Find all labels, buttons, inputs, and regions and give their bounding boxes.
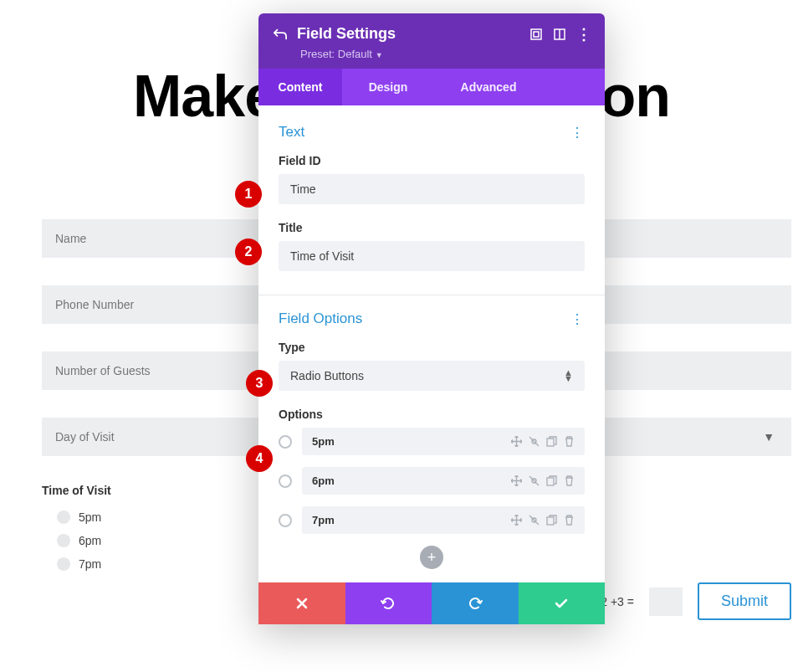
section-title-text: Text bbox=[279, 124, 304, 141]
svg-rect-1 bbox=[534, 32, 539, 37]
section-title-options: Field Options bbox=[279, 310, 362, 327]
title-input[interactable] bbox=[279, 241, 585, 271]
option-actions bbox=[511, 436, 575, 447]
chevron-down-icon: ▼ bbox=[763, 430, 775, 444]
modal-tabs: Content Design Advanced bbox=[258, 69, 605, 105]
option-radio[interactable] bbox=[279, 514, 292, 527]
move-icon[interactable] bbox=[511, 475, 522, 486]
link-icon[interactable] bbox=[529, 515, 540, 526]
option-text: 5pm bbox=[312, 435, 335, 448]
option-input[interactable]: 7pm bbox=[302, 506, 585, 534]
trash-icon[interactable] bbox=[564, 475, 575, 486]
radio-icon bbox=[57, 534, 70, 547]
option-radio[interactable] bbox=[279, 475, 292, 488]
field-id-label: Field ID bbox=[279, 154, 585, 167]
modal-header: Field Settings ⋮ Preset: Default ▼ bbox=[258, 13, 605, 69]
trash-icon[interactable] bbox=[564, 436, 575, 447]
callout-3: 3 bbox=[246, 370, 273, 397]
redo-button[interactable] bbox=[432, 582, 519, 624]
move-icon[interactable] bbox=[511, 515, 522, 526]
section-more-icon[interactable]: ⋮ bbox=[570, 311, 585, 327]
option-actions bbox=[511, 475, 575, 486]
add-option-button[interactable]: + bbox=[420, 546, 443, 569]
expand-icon[interactable] bbox=[529, 28, 543, 41]
option-radio[interactable] bbox=[279, 435, 292, 449]
radio-icon bbox=[57, 510, 70, 524]
copy-icon[interactable] bbox=[546, 436, 557, 447]
svg-rect-5 bbox=[547, 478, 554, 485]
radio-label: 7pm bbox=[79, 557, 101, 571]
captcha-input[interactable] bbox=[649, 587, 683, 616]
callout-2: 2 bbox=[235, 239, 262, 265]
options-label: Options bbox=[279, 408, 585, 421]
title-label: Title bbox=[279, 221, 585, 234]
option-row: 6pm bbox=[279, 467, 585, 495]
radio-label: 6pm bbox=[79, 534, 101, 547]
trash-icon[interactable] bbox=[564, 515, 575, 526]
undo-button[interactable] bbox=[345, 582, 432, 624]
svg-rect-6 bbox=[547, 517, 554, 525]
layout-icon[interactable] bbox=[553, 28, 566, 41]
back-icon[interactable] bbox=[274, 28, 287, 41]
copy-icon[interactable] bbox=[546, 515, 557, 526]
option-actions bbox=[511, 515, 575, 526]
tab-content[interactable]: Content bbox=[258, 69, 342, 105]
option-row: 7pm bbox=[279, 506, 585, 534]
save-button[interactable] bbox=[519, 582, 606, 624]
svg-rect-0 bbox=[531, 29, 541, 39]
cancel-button[interactable] bbox=[258, 582, 345, 624]
callout-4: 4 bbox=[246, 445, 273, 472]
modal-footer bbox=[258, 582, 605, 624]
svg-rect-4 bbox=[547, 439, 554, 446]
more-icon[interactable]: ⋮ bbox=[576, 28, 590, 41]
option-input[interactable]: 6pm bbox=[302, 467, 585, 495]
field-settings-modal: Field Settings ⋮ Preset: Default ▼ Conte… bbox=[258, 13, 605, 624]
option-input[interactable]: 5pm bbox=[302, 428, 585, 455]
radio-icon bbox=[57, 557, 70, 571]
option-row: 5pm bbox=[279, 428, 585, 455]
type-select[interactable] bbox=[279, 361, 585, 391]
chevron-down-icon: ▼ bbox=[376, 51, 383, 59]
day-field-label: Day of Visit bbox=[55, 430, 115, 444]
tab-design[interactable]: Design bbox=[342, 69, 434, 105]
submit-button[interactable]: Submit bbox=[698, 582, 791, 620]
callout-1: 1 bbox=[235, 181, 262, 208]
link-icon[interactable] bbox=[529, 475, 540, 486]
divider bbox=[258, 295, 605, 295]
captcha-area: 12 +3 = Submit bbox=[594, 582, 791, 620]
type-label: Type bbox=[279, 341, 585, 354]
option-text: 6pm bbox=[312, 475, 335, 487]
radio-label: 5pm bbox=[79, 510, 101, 524]
modal-body: Text ⋮ Field ID Title Field Options ⋮ Ty… bbox=[258, 105, 605, 582]
link-icon[interactable] bbox=[529, 436, 540, 447]
move-icon[interactable] bbox=[511, 436, 522, 447]
modal-title: Field Settings bbox=[297, 25, 519, 43]
tab-advanced[interactable]: Advanced bbox=[434, 69, 543, 105]
preset-selector[interactable]: Preset: Default ▼ bbox=[300, 48, 590, 60]
field-id-input[interactable] bbox=[279, 174, 585, 204]
copy-icon[interactable] bbox=[546, 475, 557, 486]
section-more-icon[interactable]: ⋮ bbox=[570, 125, 585, 141]
option-text: 7pm bbox=[312, 514, 335, 526]
